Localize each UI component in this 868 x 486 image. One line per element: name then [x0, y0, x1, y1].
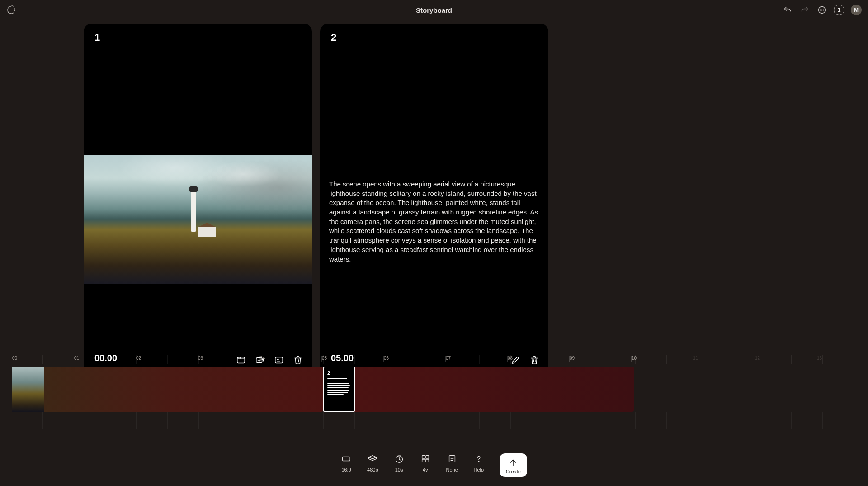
ruler-tick: 06: [383, 356, 389, 362]
ruler-tick: 02: [136, 356, 141, 362]
timeline-ruler[interactable]: 0001020304050607080910111213: [12, 355, 868, 364]
card-description-text[interactable]: The scene opens with a sweeping aerial v…: [329, 180, 539, 264]
card-index: 2: [331, 32, 336, 43]
timeline-grid: [12, 412, 868, 429]
timeline-clip-1[interactable]: [12, 367, 323, 412]
storyboard-card-1[interactable]: 1 00.00: [84, 24, 312, 374]
storyboard-card-2[interactable]: 2 The scene opens with a sweeping aerial…: [320, 24, 548, 374]
app-logo-icon[interactable]: [6, 5, 16, 15]
help-icon: [473, 453, 484, 464]
card-image-thumbnail: [84, 155, 312, 284]
svg-point-1: [820, 10, 821, 10]
user-avatar[interactable]: M: [851, 5, 862, 15]
ruler-tick: 00: [12, 356, 17, 362]
storyboard-canvas: 1 00.00 2 The scene opens with a sweepin…: [0, 24, 868, 355]
ruler-tick: 05: [321, 356, 327, 362]
ruler-tick: 04: [259, 356, 265, 362]
create-button[interactable]: Create: [500, 453, 527, 477]
duration-button[interactable]: 10s: [394, 453, 405, 472]
page-title: Storyboard: [0, 6, 868, 14]
svg-rect-9: [343, 457, 350, 461]
more-menu-button[interactable]: [816, 5, 827, 15]
svg-rect-13: [422, 459, 425, 462]
style-button[interactable]: None: [446, 453, 458, 472]
ruler-tick: 01: [74, 356, 79, 362]
variations-button[interactable]: 4v: [420, 453, 431, 472]
ruler-tick: 10: [631, 356, 637, 362]
timeline-clip-2-card[interactable]: 2: [323, 367, 355, 412]
quality-icon: [367, 453, 378, 464]
ruler-tick: 07: [445, 356, 451, 362]
timeline-clip-2[interactable]: [323, 367, 634, 412]
ruler-tick-disabled: 11: [693, 356, 698, 361]
aspect-ratio-button[interactable]: 16:9: [341, 453, 352, 472]
ruler-tick: 09: [569, 356, 575, 362]
timeline[interactable]: 0001020304050607080910111213 2: [0, 355, 868, 432]
undo-button[interactable]: [782, 5, 793, 15]
upload-icon: [508, 457, 519, 468]
svg-point-2: [821, 10, 822, 10]
clock-icon: [394, 453, 405, 464]
quality-button[interactable]: 480p: [367, 453, 378, 472]
timeline-clip-thumbnail: [12, 367, 44, 412]
credits-badge[interactable]: 1: [834, 5, 844, 15]
redo-button: [799, 5, 810, 15]
timeline-track[interactable]: 2: [12, 367, 868, 412]
svg-point-3: [823, 10, 824, 10]
grid-icon: [420, 453, 431, 464]
ruler-tick: 03: [198, 356, 203, 362]
card-index: 1: [94, 32, 100, 43]
svg-rect-11: [422, 456, 425, 458]
help-button[interactable]: Help: [473, 453, 484, 472]
ruler-tick-disabled: 13: [817, 356, 822, 361]
bottom-toolbar: 16:9 480p 10s 4v None Help Create: [0, 445, 868, 486]
style-icon: [447, 453, 458, 464]
svg-rect-14: [425, 459, 428, 462]
timeline-clip-index: 2: [327, 370, 351, 376]
ruler-tick-disabled: 12: [755, 356, 760, 361]
ruler-tick: 08: [507, 356, 513, 362]
aspect-ratio-icon: [341, 453, 352, 464]
svg-point-16: [478, 461, 479, 462]
svg-rect-12: [425, 456, 428, 458]
